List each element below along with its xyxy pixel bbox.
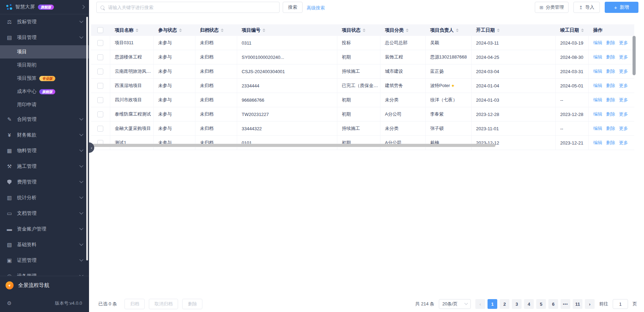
page-size-select[interactable]: 20条/页 [439, 299, 471, 309]
op-edit-link[interactable]: 编辑 [593, 54, 602, 60]
prev-page-button[interactable]: ‹ [475, 299, 485, 309]
sort-icon[interactable] [456, 29, 459, 32]
archive-button[interactable]: 归档 [124, 299, 145, 309]
sort-icon[interactable] [221, 29, 224, 32]
table-cell: 持续施工 [337, 64, 380, 78]
op-more-link[interactable]: 更多 [619, 68, 628, 75]
version-row: ⚙ 版本号:v4.0.0 [0, 295, 89, 312]
cell-value: 2024-03-04 [476, 69, 499, 74]
op-edit-link[interactable]: 编辑 [593, 97, 602, 103]
op-more-link[interactable]: 更多 [619, 83, 628, 89]
sort-icon[interactable] [263, 29, 265, 32]
op-more-link[interactable]: 更多 [619, 140, 628, 146]
sidebar-item-smart-screen[interactable]: 智慧大屏 旗舰版 [0, 0, 89, 14]
sidebar-item-expense[interactable]: 费用管理 [0, 174, 89, 190]
op-edit-link[interactable]: 编辑 [593, 83, 602, 89]
row-checkbox[interactable] [97, 97, 103, 103]
row-checkbox[interactable] [97, 111, 103, 117]
row-checkbox[interactable] [97, 40, 103, 46]
sort-icon[interactable] [363, 29, 365, 32]
sidebar-item-stats[interactable]: ▥统计分析 [0, 190, 89, 205]
page-button-2[interactable]: 2 [500, 299, 509, 309]
chevron-down-icon [79, 148, 83, 151]
table-cell: 装饰工程 [380, 50, 426, 64]
next-page-button[interactable]: › [585, 299, 595, 309]
sidebar-item-project-mgmt[interactable]: ▤项目管理 [0, 30, 89, 45]
op-edit-link[interactable]: 编辑 [593, 40, 602, 46]
op-delete-link[interactable]: 删除 [606, 125, 615, 132]
op-delete-link[interactable]: 删除 [606, 54, 615, 60]
sidebar-subitem-project[interactable]: 项目 [0, 45, 89, 58]
op-edit-link[interactable]: 编辑 [593, 68, 602, 75]
op-edit-link[interactable]: 编辑 [593, 125, 602, 132]
op-more-link[interactable]: 更多 [619, 111, 628, 117]
op-delete-link[interactable]: 删除 [606, 111, 615, 117]
sidebar-item-finance[interactable]: ¥财务账款 [0, 127, 89, 143]
page-button-1[interactable]: 1 [488, 299, 497, 309]
op-more-link[interactable]: 更多 [619, 54, 628, 60]
op-more-link[interactable]: 更多 [619, 125, 628, 132]
page-button-5[interactable]: 5 [536, 299, 546, 309]
sidebar-subitem-project-initial[interactable]: 项目期初 [0, 58, 89, 72]
sort-icon[interactable] [497, 29, 500, 32]
row-checkbox[interactable] [97, 69, 103, 75]
sidebar-item-contract[interactable]: ✎合同管理 [0, 111, 89, 127]
goto-page-input[interactable] [613, 299, 628, 309]
sort-icon[interactable] [136, 29, 138, 32]
op-more-link[interactable]: 更多 [619, 97, 628, 103]
gear-icon[interactable]: ⚙ [7, 300, 11, 306]
page-button-11[interactable]: 11 [573, 299, 582, 309]
select-all-checkbox[interactable] [97, 27, 103, 33]
sidebar-item-materials[interactable]: ▦物料管理 [0, 143, 89, 158]
sidebar-item-construction[interactable]: ⚒施工管理 [0, 158, 89, 174]
advanced-search-link[interactable]: 高级搜索 [307, 5, 325, 11]
page-button-6[interactable]: 6 [548, 299, 558, 309]
cell-value: 966866766 [242, 98, 264, 103]
sidebar-subitem-project-budget[interactable]: 项目预算专业版 [0, 72, 89, 85]
sidebar-item-docs[interactable]: ▭文档管理 [0, 205, 89, 221]
import-button[interactable]: ↥ 导入 [573, 2, 600, 13]
sidebar-item-label: 设备管理 [17, 273, 37, 276]
panorama-nav-item[interactable]: ➤ 全景流程导航 [0, 276, 89, 295]
op-delete-link[interactable]: 删除 [606, 97, 615, 103]
sidebar-item-license[interactable]: ▣证照管理 [0, 252, 89, 268]
table-cell: 未分类 [380, 93, 426, 107]
unarchive-button[interactable]: 取消归档 [149, 299, 178, 309]
op-delete-link[interactable]: 删除 [606, 68, 615, 75]
sidebar-item-funds[interactable]: ▬资金账户管理 [0, 221, 89, 237]
cell-value: 未归档 [200, 111, 214, 117]
page-button-4[interactable]: 4 [524, 299, 534, 309]
op-delete-link[interactable]: 删除 [606, 40, 615, 46]
op-delete-link[interactable]: 删除 [606, 140, 615, 146]
row-checkbox[interactable] [97, 83, 103, 89]
search-button[interactable]: 搜索 [283, 2, 303, 13]
moneybag-icon: ¥ [6, 132, 13, 138]
page-ellipsis[interactable]: ••• [561, 299, 570, 309]
sort-icon[interactable] [406, 29, 409, 32]
delete-button[interactable]: 删除 [182, 299, 202, 309]
horizontal-scrollbar[interactable] [91, 144, 496, 147]
sidebar-item-device[interactable]: ◎设备管理 [0, 268, 89, 276]
op-edit-link[interactable]: 编辑 [593, 111, 602, 117]
sidebar-item-basic[interactable]: ▧基础资料 [0, 237, 89, 252]
sidebar-subitem-cost-center[interactable]: 成本中心旗舰版 [0, 85, 89, 98]
vertical-scrollbar[interactable] [633, 36, 636, 75]
sort-icon[interactable] [179, 29, 182, 32]
column-header-9: 竣工日期 [556, 24, 589, 36]
row-checkbox[interactable] [97, 126, 103, 132]
cell-value: 2024-08-30 [560, 55, 583, 60]
sidebar-item-bidding[interactable]: ⚖投标管理 [0, 14, 89, 30]
sort-icon[interactable] [581, 29, 584, 32]
sidebar-scrollbar[interactable] [86, 17, 88, 260]
pagination: 共 214 条 20条/页 ‹123456•••11› 前往 页 [415, 299, 637, 309]
cell-value: 0311 [242, 40, 251, 46]
page-button-3[interactable]: 3 [512, 299, 522, 309]
op-edit-link[interactable]: 编辑 [593, 140, 602, 146]
op-delete-link[interactable]: 删除 [606, 83, 615, 89]
op-more-link[interactable]: 更多 [619, 40, 628, 46]
add-button[interactable]: + 新增 [605, 2, 638, 13]
row-checkbox[interactable] [97, 54, 103, 60]
category-manage-button[interactable]: ⊞ 分类管理 [535, 2, 569, 13]
sidebar-subitem-seal-apply[interactable]: 用印申请 [0, 98, 89, 111]
search-input[interactable] [107, 5, 275, 10]
